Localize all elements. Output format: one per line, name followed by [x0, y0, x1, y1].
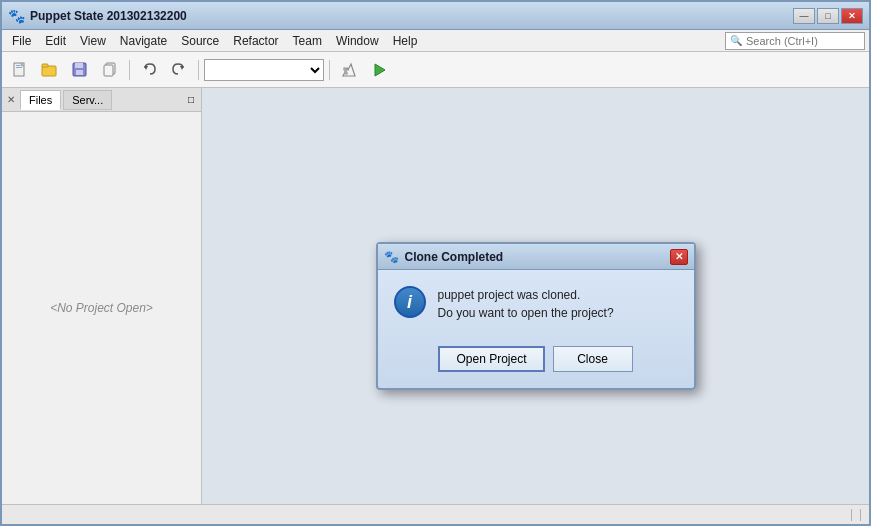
sidebar-tabs: ✕ Files Serv... □	[2, 88, 201, 112]
search-icon: 🔍	[730, 35, 742, 46]
title-bar-left: 🐾 Puppet State 201302132200	[8, 8, 187, 24]
toolbar	[2, 52, 869, 88]
copy-icon	[102, 62, 118, 78]
menu-edit[interactable]: Edit	[39, 32, 72, 50]
dialog-message: puppet project was cloned. Do you want t…	[438, 286, 614, 322]
menu-window[interactable]: Window	[330, 32, 385, 50]
config-select[interactable]	[205, 60, 323, 80]
toolbar-separator-1	[129, 60, 130, 80]
build-button[interactable]	[335, 57, 363, 83]
save-icon	[72, 62, 88, 78]
svg-rect-5	[42, 64, 48, 67]
sidebar: ✕ Files Serv... □ <No Project Open>	[2, 88, 202, 504]
content-area: ✕ Files Serv... □ <No Project Open>	[2, 88, 869, 504]
dialog-close-x-button[interactable]: ✕	[670, 249, 688, 265]
svg-marker-14	[375, 64, 385, 76]
sidebar-content: <No Project Open>	[2, 112, 201, 504]
tab-files[interactable]: Files	[20, 90, 61, 110]
new-file-icon	[12, 62, 28, 78]
maximize-button[interactable]: □	[817, 8, 839, 24]
dialog-footer: Open Project Close	[378, 338, 694, 388]
modal-overlay: 🐾 Clone Completed ✕ i puppet project was…	[202, 88, 869, 504]
menu-team[interactable]: Team	[287, 32, 328, 50]
sidebar-close-button[interactable]: ✕	[4, 93, 18, 107]
open-file-button[interactable]	[36, 57, 64, 83]
menu-source[interactable]: Source	[175, 32, 225, 50]
redo-icon	[171, 62, 187, 78]
redo-button[interactable]	[165, 57, 193, 83]
undo-icon	[141, 62, 157, 78]
svg-rect-7	[75, 63, 83, 68]
title-bar-controls: — □ ✕	[793, 8, 863, 24]
app-icon: 🐾	[8, 8, 24, 24]
svg-rect-3	[16, 67, 22, 68]
open-file-icon	[41, 62, 59, 78]
close-dialog-button[interactable]: Close	[553, 346, 633, 372]
dialog-title-label: Clone Completed	[405, 250, 504, 264]
sidebar-collapse-button[interactable]: □	[183, 92, 199, 108]
open-project-button[interactable]: Open Project	[438, 346, 544, 372]
main-panel: 🐾 Clone Completed ✕ i puppet project was…	[202, 88, 869, 504]
dialog-body: i puppet project was cloned. Do you want…	[378, 270, 694, 338]
undo-button[interactable]	[135, 57, 163, 83]
copy-button[interactable]	[96, 57, 124, 83]
window-title: Puppet State 201302132200	[30, 9, 187, 23]
menu-file[interactable]: File	[6, 32, 37, 50]
menu-refactor[interactable]: Refactor	[227, 32, 284, 50]
menu-right: 🔍	[725, 32, 865, 50]
tab-servers[interactable]: Serv...	[63, 90, 112, 110]
dialog-title-text: 🐾 Clone Completed	[384, 250, 504, 264]
new-file-button[interactable]	[6, 57, 34, 83]
menu-bar: File Edit View Navigate Source Refactor …	[2, 30, 869, 52]
clone-completed-dialog: 🐾 Clone Completed ✕ i puppet project was…	[376, 242, 696, 390]
info-icon: i	[394, 286, 426, 318]
dialog-message-line1: puppet project was cloned.	[438, 286, 614, 304]
no-project-label: <No Project Open>	[50, 301, 153, 315]
menu-navigate[interactable]: Navigate	[114, 32, 173, 50]
svg-rect-10	[104, 65, 113, 76]
run-button[interactable]	[365, 57, 393, 83]
minimize-button[interactable]: —	[793, 8, 815, 24]
toolbar-separator-2	[198, 60, 199, 80]
toolbar-separator-3	[329, 60, 330, 80]
close-button[interactable]: ✕	[841, 8, 863, 24]
main-window: 🐾 Puppet State 201302132200 — □ ✕ File E…	[0, 0, 871, 526]
search-input[interactable]	[746, 35, 860, 47]
build-icon	[341, 62, 357, 78]
svg-rect-2	[16, 65, 20, 66]
search-box[interactable]: 🔍	[725, 32, 865, 50]
status-bar-divider-2	[860, 509, 861, 521]
title-bar: 🐾 Puppet State 201302132200 — □ ✕	[2, 2, 869, 30]
dialog-title-bar: 🐾 Clone Completed ✕	[378, 244, 694, 270]
menu-help[interactable]: Help	[387, 32, 424, 50]
dialog-title-icon: 🐾	[384, 250, 399, 264]
status-bar	[2, 504, 869, 524]
dialog-message-line2: Do you want to open the project?	[438, 304, 614, 322]
status-bar-divider-1	[851, 509, 852, 521]
svg-rect-8	[76, 70, 83, 75]
run-icon	[371, 62, 387, 78]
save-button[interactable]	[66, 57, 94, 83]
config-dropdown[interactable]	[204, 59, 324, 81]
menu-view[interactable]: View	[74, 32, 112, 50]
